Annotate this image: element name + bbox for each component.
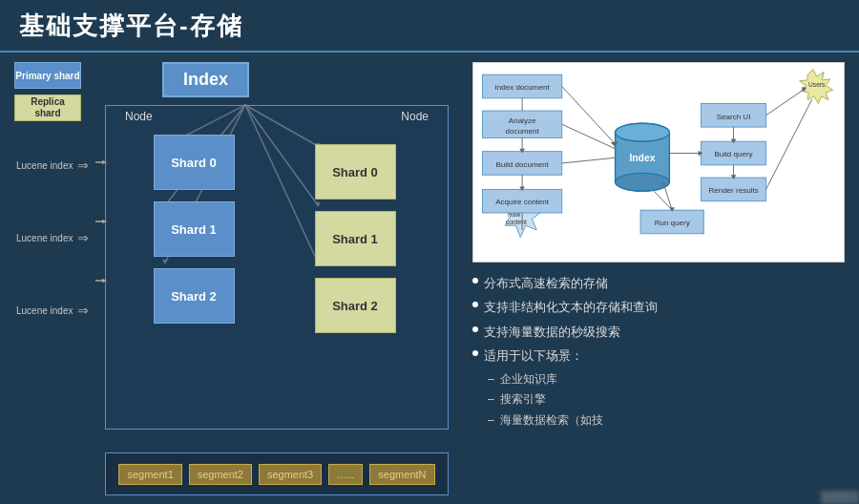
bullet-dot-1 [472, 302, 478, 307]
index-label: Index [162, 62, 249, 97]
sub-bullet-0: – 企业知识库 [488, 369, 845, 390]
arrow-icon-2: ⇒ [77, 303, 89, 318]
sub-dash-2: – [488, 410, 494, 431]
shard-replica-2: Shard 2 [315, 278, 396, 333]
segment-1: segment2 [189, 464, 252, 485]
page: 基础支撑平台-存储 Primary shard Replicashard [0, 0, 859, 504]
svg-text:Acquire content: Acquire content [495, 198, 550, 206]
segments-bar: segment1 segment2 segment3 ...... segmen… [105, 452, 449, 495]
replica-shard-column: Shard 0 Shard 1 Shard 2 [315, 139, 401, 419]
svg-text:Build query: Build query [714, 150, 752, 158]
lucene-label-0: Lucene index ⇒ [16, 158, 89, 173]
bullet-dot-3 [472, 350, 478, 356]
svg-line-53 [562, 124, 616, 149]
svg-line-63 [766, 90, 804, 115]
svg-point-34 [616, 173, 670, 191]
left-panel: Primary shard Replicashard [14, 62, 463, 497]
svg-text:document: document [505, 127, 539, 136]
bullet-text-1: 支持非结构化文本的存储和查询 [484, 296, 658, 318]
node-label-right: Node [401, 110, 429, 123]
sub-bullet-text-1: 搜索引擎 [500, 389, 546, 410]
svg-point-35 [616, 123, 670, 141]
diagram-box: Raw content Users Index document Analyze… [472, 62, 845, 262]
bullet-1: 支持非结构化文本的存储和查询 [472, 296, 845, 318]
segment-ellipsis: ...... [328, 464, 363, 485]
sub-bullet-text-0: 企业知识库 [500, 369, 557, 390]
primary-shard-column: Shard 0 Shard 1 Shard 2 [154, 130, 240, 419]
svg-text:Index: Index [629, 153, 655, 163]
bullet-text-0: 分布式高速检索的存储 [484, 272, 608, 294]
svg-line-54 [562, 158, 616, 163]
bullet-0: 分布式高速检索的存储 [472, 272, 845, 294]
arrow-icon-1: ⇒ [77, 230, 89, 245]
sub-dash-0: – [488, 369, 494, 390]
bullet-text-3: 适用于以下场景： [484, 345, 583, 367]
sub-bullet-text-2: 海量数据检索（如技 [500, 410, 603, 431]
sub-bullets: – 企业知识库 – 搜索引擎 – 海量数据检索（如技 [488, 369, 845, 431]
svg-text:Analyze: Analyze [509, 116, 536, 125]
svg-line-65 [766, 99, 812, 190]
svg-text:Search UI: Search UI [717, 113, 751, 121]
bullet-dot-2 [472, 326, 478, 332]
svg-text:Run query: Run query [655, 219, 690, 227]
sub-bullet-1: – 搜索引擎 [488, 389, 845, 410]
svg-line-51 [562, 87, 616, 145]
segment-n: segmentN [369, 464, 434, 485]
svg-text:Render results: Render results [708, 186, 758, 195]
svg-text:Build document: Build document [495, 160, 549, 169]
shard-primary-0: Shard 0 [154, 135, 235, 190]
arrow-icon-0: ⇒ [77, 158, 89, 173]
bullets-section: 分布式高速检索的存储 支持非结构化文本的存储和查询 支持海量数据的秒级搜索 适用… [472, 272, 845, 430]
legend-primary-box: Primary shard [14, 62, 81, 89]
svg-text:Index document: Index document [495, 83, 551, 92]
svg-text:content: content [506, 219, 527, 225]
legend-replica-box: Replicashard [14, 94, 81, 121]
segment-2: segment3 [259, 464, 322, 485]
legend-replica: Replicashard [14, 94, 81, 121]
right-panel: Raw content Users Index document Analyze… [463, 62, 845, 497]
content-area: Primary shard Replicashard [0, 52, 859, 504]
legend: Primary shard Replicashard [14, 62, 81, 121]
diagram-svg: Raw content Users Index document Analyze… [473, 63, 844, 262]
sub-dash-1: – [488, 389, 494, 410]
bullet-dot-0 [472, 278, 478, 284]
lucene-label-2: Lucene index ⇒ [16, 303, 89, 318]
shard-primary-2: Shard 2 [154, 268, 235, 324]
lucene-labels: Lucene index ⇒ Lucene index ⇒ Lucene ind… [16, 158, 89, 318]
bullet-2: 支持海量数据的秒级搜索 [472, 321, 845, 343]
bullet-text-2: 支持海量数据的秒级搜索 [484, 321, 620, 343]
shard-primary-1: Shard 1 [154, 201, 235, 257]
segment-0: segment1 [118, 464, 181, 485]
svg-text:Users: Users [808, 81, 826, 88]
bullet-3: 适用于以下场景： [472, 345, 845, 367]
lucene-label-1: Lucene index ⇒ [16, 230, 89, 245]
shard-replica-1: Shard 1 [315, 211, 396, 266]
header: 基础支撑平台-存储 [0, 0, 859, 52]
shard-replica-0: Shard 0 [315, 144, 396, 200]
nodes-container: Node Node Shard 0 Shard 1 Shard 2 Shard … [105, 105, 449, 430]
page-title: 基础支撑平台-存储 [19, 11, 243, 40]
legend-primary: Primary shard [14, 62, 81, 89]
node-label-left: Node [125, 110, 153, 123]
sub-bullet-2: – 海量数据检索（如技 [488, 410, 845, 431]
